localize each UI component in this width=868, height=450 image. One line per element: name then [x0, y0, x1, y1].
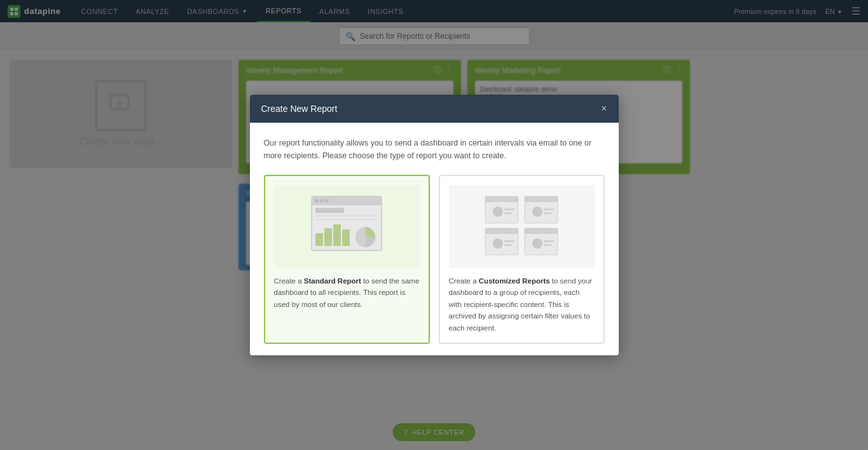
svg-point-23	[493, 207, 503, 217]
customized-report-illustration	[449, 185, 595, 268]
svg-rect-22	[485, 196, 518, 202]
svg-point-10	[315, 199, 319, 203]
svg-rect-25	[504, 212, 512, 214]
create-report-modal: Create New Report × Our report functiona…	[250, 95, 619, 355]
svg-rect-30	[544, 212, 551, 214]
modal-header: Create New Report ×	[250, 95, 619, 123]
modal-body: Our report functionality allows you to s…	[250, 123, 619, 355]
svg-rect-16	[315, 233, 323, 246]
modal-close-button[interactable]: ×	[601, 104, 607, 114]
svg-point-28	[532, 207, 542, 217]
standard-report-option[interactable]: Create a Standard Report to send the sam…	[264, 175, 430, 344]
svg-rect-13	[315, 208, 344, 213]
svg-rect-32	[485, 228, 518, 234]
customized-report-bold: Customized Reports	[479, 277, 550, 285]
svg-rect-27	[525, 196, 558, 202]
svg-rect-19	[342, 229, 350, 246]
svg-rect-29	[544, 208, 554, 210]
svg-point-33	[493, 238, 503, 249]
standard-report-illustration	[274, 185, 420, 268]
svg-rect-39	[544, 240, 554, 242]
svg-rect-24	[504, 208, 514, 210]
standard-report-text: Create a Standard Report to send the sam…	[274, 275, 420, 310]
svg-rect-35	[504, 244, 512, 246]
customized-report-text: Create a Customized Reports to send your…	[449, 275, 595, 334]
svg-rect-17	[324, 228, 332, 246]
modal-description: Our report functionality allows you to s…	[264, 137, 605, 162]
svg-rect-34	[504, 240, 514, 242]
modal-title: Create New Report	[261, 104, 338, 114]
svg-point-12	[325, 199, 329, 203]
svg-rect-37	[525, 228, 558, 234]
svg-rect-15	[315, 219, 378, 221]
svg-point-38	[532, 238, 542, 249]
svg-rect-40	[544, 244, 551, 246]
modal-overlay: Create New Report × Our report functiona…	[0, 0, 868, 450]
customized-report-option[interactable]: Create a Customized Reports to send your…	[439, 175, 605, 344]
standard-report-bold: Standard Report	[304, 277, 361, 285]
report-type-options: Create a Standard Report to send the sam…	[264, 175, 605, 344]
svg-rect-14	[315, 215, 378, 217]
svg-rect-18	[333, 224, 341, 246]
svg-point-11	[320, 199, 324, 203]
